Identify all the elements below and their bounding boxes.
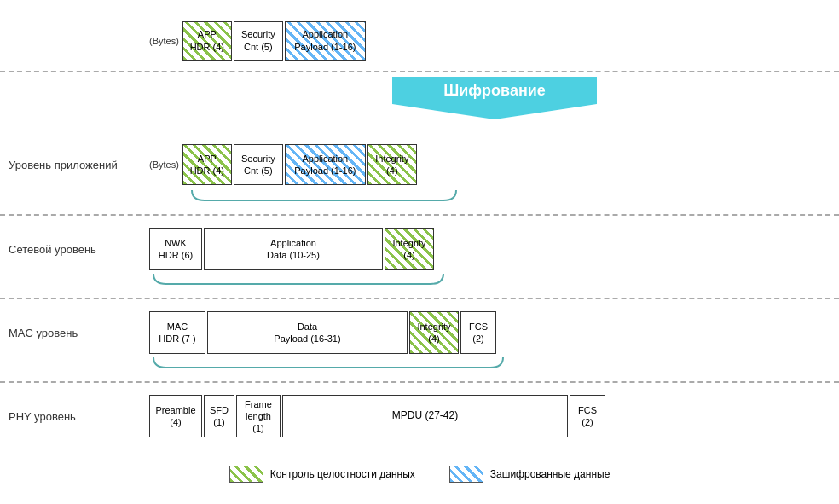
- integrity-network: Integrity(4): [385, 228, 434, 270]
- bracket-app: [188, 190, 460, 202]
- legend-integrity-label: Контроль целостности данных: [270, 468, 415, 480]
- legend-green-box: [229, 466, 263, 483]
- network-diagram: (Bytes) APPHDR (4) SecurityCnt (5) Appli…: [0, 0, 839, 500]
- mac-boxes: MACHDR (7 ) DataPayload (16-31) Integrit…: [149, 311, 496, 354]
- security-cnt-bottom: SecurityCnt (5): [234, 144, 283, 185]
- legend: Контроль целостности данных Зашифрованны…: [0, 457, 839, 491]
- app-layer-label: Уровень приложений: [0, 159, 149, 171]
- app-hdr-bottom: APPHDR (4): [182, 144, 232, 185]
- frame-length: Framelength (1): [236, 395, 281, 437]
- data-payload-mac: DataPayload (16-31): [207, 311, 408, 354]
- mac-hdr: MACHDR (7 ): [149, 311, 205, 354]
- legend-encrypted-label: Зашифрованные данные: [490, 468, 610, 480]
- encryption-arrow: Шифрование: [384, 77, 605, 119]
- legend-item-encrypted: Зашифрованные данные: [449, 466, 610, 483]
- svg-text:Шифрование: Шифрование: [443, 82, 546, 99]
- legend-item-integrity: Контроль целостности данных: [229, 466, 415, 483]
- app-data-network: ApplicationData (10-25): [204, 228, 383, 270]
- phy-boxes: Preamble(4) SFD(1) Framelength (1) MPDU …: [149, 395, 605, 437]
- bytes-label-app: (Bytes): [149, 159, 179, 170]
- bracket-mac: [149, 357, 507, 369]
- app-top-boxes: APPHDR (4) SecurityCnt (5) ApplicationPa…: [182, 21, 366, 61]
- mpdu: MPDU (27-42): [282, 395, 568, 437]
- network-boxes: NWKHDR (6) ApplicationData (10-25) Integ…: [149, 228, 434, 270]
- app-hdr-top: APPHDR (4): [182, 21, 232, 61]
- network-layer-label: Сетевой уровень: [0, 243, 149, 256]
- bracket-network: [149, 274, 448, 286]
- integrity-app: Integrity(4): [367, 144, 417, 185]
- app-bottom-boxes: APPHDR (4) SecurityCnt (5) ApplicationPa…: [182, 144, 417, 185]
- preamble: Preamble(4): [149, 395, 202, 437]
- security-cnt-top: SecurityCnt (5): [234, 21, 283, 61]
- phy-layer-label: PHY уровень: [0, 410, 149, 423]
- bytes-label-top: (Bytes): [149, 36, 179, 46]
- app-payload-bottom: ApplicationPayload (1-16): [285, 144, 366, 185]
- sfd: SFD(1): [204, 395, 234, 437]
- app-payload-top: ApplicationPayload (1-16): [285, 21, 366, 61]
- legend-blue-box: [449, 466, 483, 483]
- mac-layer-label: MAC уровень: [0, 327, 149, 339]
- fcs-phy: FCS(2): [570, 395, 605, 437]
- nwk-hdr: NWKHDR (6): [149, 228, 202, 270]
- fcs-mac: FCS(2): [460, 311, 496, 354]
- integrity-mac: Integrity(4): [409, 311, 459, 354]
